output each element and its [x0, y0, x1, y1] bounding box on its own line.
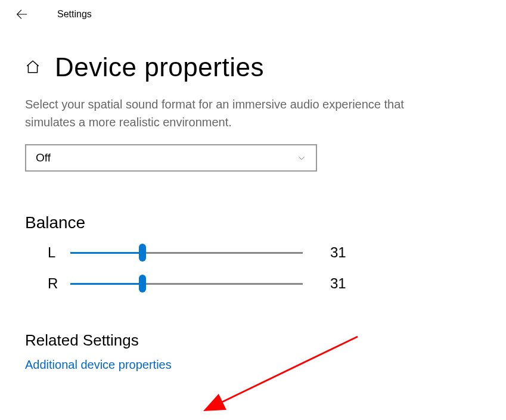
additional-device-properties-link[interactable]: Additional device properties: [25, 358, 481, 372]
page-description: Select your spatial sound format for an …: [25, 95, 454, 131]
page-header: Device properties: [25, 52, 481, 82]
slider-thumb[interactable]: [139, 275, 146, 293]
balance-left-label: L: [48, 244, 68, 261]
balance-heading: Balance: [25, 213, 481, 232]
page-title: Device properties: [55, 52, 264, 82]
dropdown-selected-value: Off: [36, 151, 51, 164]
related-settings-section: Related Settings Additional device prope…: [25, 331, 481, 372]
balance-section: Balance L 31 R 31: [25, 213, 481, 292]
balance-right-value: 31: [330, 275, 354, 292]
balance-left-slider[interactable]: [70, 244, 303, 261]
arrow-left-icon: [15, 8, 28, 21]
balance-right-label: R: [48, 275, 68, 292]
spatial-sound-dropdown[interactable]: Off: [25, 144, 317, 172]
balance-left-row: L 31: [25, 244, 481, 261]
back-button[interactable]: [14, 7, 29, 21]
balance-right-row: R 31: [25, 275, 481, 292]
content-area: Device properties Select your spatial so…: [0, 29, 506, 372]
titlebar: Settings: [0, 0, 506, 29]
slider-thumb[interactable]: [139, 244, 146, 262]
slider-fill: [70, 252, 142, 254]
chevron-down-icon: [297, 153, 306, 163]
titlebar-label: Settings: [57, 9, 92, 20]
home-icon: [25, 59, 41, 74]
slider-fill: [70, 283, 142, 285]
related-settings-heading: Related Settings: [25, 331, 481, 350]
home-button[interactable]: [25, 59, 42, 76]
balance-right-slider[interactable]: [70, 275, 303, 292]
balance-left-value: 31: [330, 244, 354, 261]
